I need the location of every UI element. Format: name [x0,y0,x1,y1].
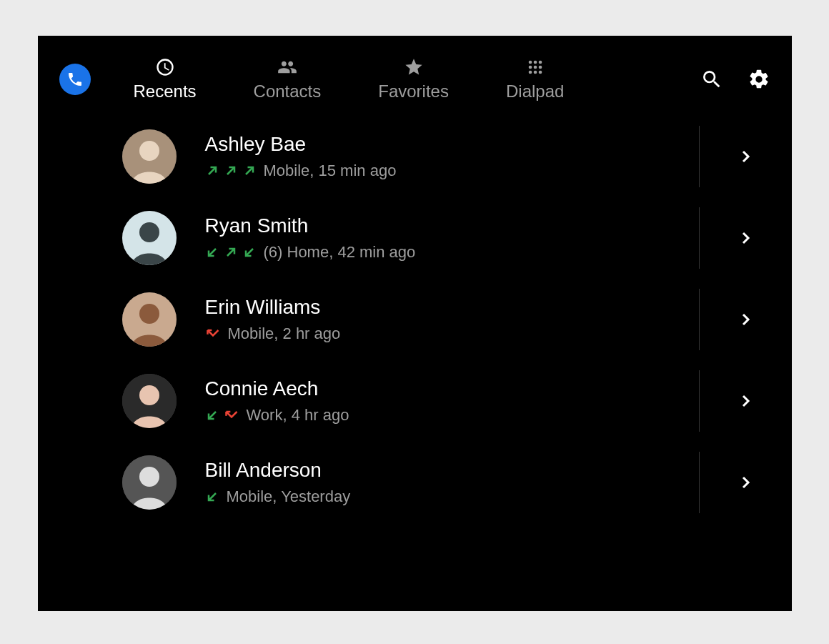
contact-name: Ashley Bae [205,133,699,156]
svg-point-7 [533,71,537,74]
detail-button[interactable] [699,452,792,513]
chevron-right-icon [737,148,754,165]
chevron-right-icon [737,311,754,328]
call-direction-icons [205,327,221,341]
call-row-main: Bill Anderson Mobile, Yesterday [205,459,699,506]
star-icon [404,57,424,77]
call-row-main: Erin Williams Mobile, 2 hr ago [205,296,699,343]
search-icon[interactable] [700,68,723,91]
chevron-right-icon [737,392,754,410]
call-meta: Mobile, Yesterday [205,487,699,506]
chevron-right-icon [737,229,754,247]
call-detail: Mobile, 2 hr ago [228,325,341,343]
detail-button[interactable] [699,370,792,432]
outgoing-icon [205,164,219,178]
call-row[interactable]: Ashley Bae Mobile, 15 min ago [122,116,792,197]
gear-icon[interactable] [748,68,770,91]
phone-icon [66,71,84,88]
tab-recents[interactable]: Recents [134,57,197,101]
call-row[interactable]: Erin Williams Mobile, 2 hr ago [122,279,792,360]
avatar [122,455,177,510]
call-row[interactable]: Bill Anderson Mobile, Yesterday [122,442,792,523]
call-row[interactable]: Ryan Smith (6) Home, 42 min ago [122,197,792,279]
svg-point-1 [533,61,537,64]
call-meta: (6) Home, 42 min ago [205,243,699,262]
avatar [122,211,177,265]
tab-contacts[interactable]: Contacts [254,57,322,101]
detail-button[interactable] [699,126,792,187]
call-detail: (6) Home, 42 min ago [264,243,416,262]
call-direction-icons [205,408,239,422]
call-row-main: Ryan Smith (6) Home, 42 min ago [205,214,699,262]
svg-point-4 [533,66,537,69]
call-direction-icons [205,245,257,259]
dialpad-icon [525,57,545,77]
svg-point-2 [538,61,542,64]
dialer-app: Recents Contacts Favorites Dialpad [38,36,792,611]
phone-app-icon[interactable] [59,64,91,95]
tab-label: Contacts [254,81,322,101]
missed-icon [224,408,239,422]
clock-icon [155,57,175,77]
outgoing-icon [224,245,238,259]
avatar [122,374,177,428]
incoming-icon [205,490,219,504]
avatar [122,292,177,347]
top-bar: Recents Contacts Favorites Dialpad [38,36,792,116]
detail-button[interactable] [699,289,792,350]
contact-name: Erin Williams [205,296,699,319]
call-detail: Work, 4 hr ago [247,406,349,425]
call-row-main: Connie Aech Work, 4 hr ago [205,377,699,425]
svg-point-5 [538,66,542,69]
tabs: Recents Contacts Favorites Dialpad [134,57,565,101]
people-icon [277,57,297,77]
tab-label: Dialpad [506,81,564,101]
contact-name: Bill Anderson [205,459,699,482]
incoming-icon [205,245,219,259]
svg-point-6 [528,71,532,74]
contact-name: Ryan Smith [205,214,699,237]
call-direction-icons [205,490,219,504]
call-detail: Mobile, Yesterday [227,487,351,506]
svg-point-18 [139,467,159,487]
contact-name: Connie Aech [205,377,699,400]
call-meta: Work, 4 hr ago [205,406,699,425]
svg-point-10 [139,141,159,161]
svg-point-3 [528,66,532,69]
svg-point-14 [139,304,159,324]
call-detail: Mobile, 15 min ago [264,162,397,180]
chevron-right-icon [737,474,754,491]
svg-point-12 [139,222,159,242]
call-meta: Mobile, 15 min ago [205,162,699,180]
incoming-icon [205,408,219,422]
svg-point-16 [139,385,159,405]
call-meta: Mobile, 2 hr ago [205,325,699,343]
svg-point-0 [528,61,532,64]
incoming-icon [242,245,257,259]
tab-favorites[interactable]: Favorites [378,57,449,101]
detail-button[interactable] [699,207,792,269]
tab-label: Recents [134,81,197,101]
tab-label: Favorites [378,81,449,101]
outgoing-icon [224,164,238,178]
svg-point-8 [538,71,542,74]
avatar [122,129,177,184]
missed-icon [205,327,221,341]
call-row[interactable]: Connie Aech Work, 4 hr ago [122,360,792,442]
call-row-main: Ashley Bae Mobile, 15 min ago [205,133,699,180]
tab-dialpad[interactable]: Dialpad [506,57,564,101]
recents-list: Ashley Bae Mobile, 15 min ago Ryan Smith… [38,116,792,523]
outgoing-icon [242,164,257,178]
call-direction-icons [205,164,257,178]
